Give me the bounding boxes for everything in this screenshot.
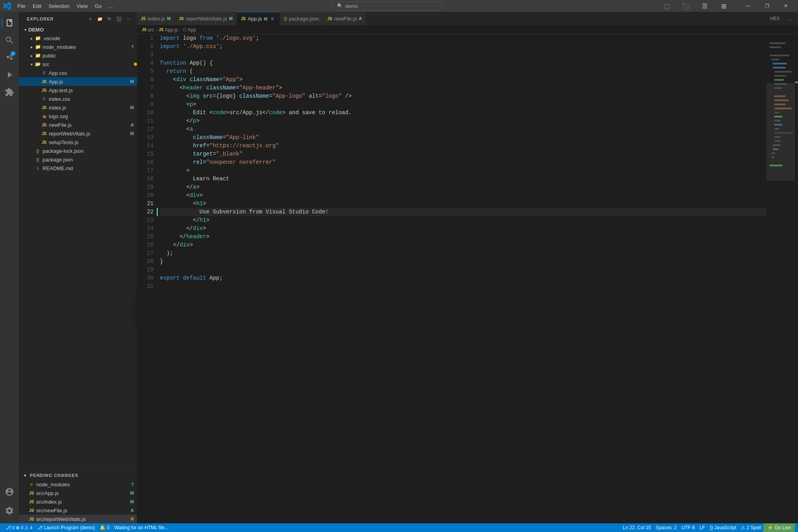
close-btn[interactable]: ✕ (777, 0, 795, 12)
logo-svg-label: logo.svg (49, 113, 137, 119)
language-mode[interactable]: {} JavaScript (707, 523, 739, 532)
code-line-12: <a (160, 125, 767, 133)
pending-item-node-modules[interactable]: ≡ node_modules ? (19, 480, 137, 489)
index-css-label: index.css (49, 96, 137, 102)
more-tabs-btn[interactable]: ... (785, 15, 795, 22)
go-live-btn[interactable]: ⚡ Go Live (763, 523, 795, 532)
branch-status[interactable]: ⎇ Launch Program (demo) (35, 523, 97, 532)
breadcrumb-sep-2: › (180, 27, 181, 33)
tree-item-vscode[interactable]: ▸ 📁 .vscode (19, 34, 137, 43)
spaces-text: Spaces: 2 (656, 525, 677, 530)
breadcrumb-src[interactable]: JS src (142, 27, 154, 33)
tree-item-setuptests[interactable]: ▸ JS setupTests.js (19, 138, 137, 146)
pending-changes-header[interactable]: ▾ Pending Changes (19, 470, 137, 480)
tree-item-index-js[interactable]: ▸ JS index.js M (19, 103, 137, 112)
code-editor: 12345 678910 1112131415 1617181920 21 22… (137, 34, 798, 523)
node-modules-label: node_modules (43, 44, 131, 50)
spell-check-status[interactable]: ⚠ 2 Spell (739, 523, 763, 532)
code-content[interactable]: import logo from './logo.svg'; import '.… (157, 34, 767, 523)
minimize-btn[interactable]: — (739, 0, 757, 12)
tree-item-index-css[interactable]: ▸ # index.css (19, 95, 137, 103)
tab-newfile-js[interactable]: JS newFile.js A (323, 12, 366, 26)
tree-item-src[interactable]: ▾ 📂 src (19, 60, 137, 69)
task-label: Waiting for an HTML file... (114, 525, 168, 530)
new-folder-btn[interactable]: 📁 (96, 15, 104, 23)
tree-item-readme[interactable]: ▸ ℹ README.md (19, 164, 137, 172)
tree-item-logo-svg[interactable]: ▸ ▣ logo.svg (19, 112, 137, 120)
breadcrumb-app-fn[interactable]: ⬡ App (183, 27, 196, 33)
encoding[interactable]: UTF-8 (679, 523, 697, 532)
branch-icon: ⎇ (37, 525, 43, 530)
pending-item-app-js[interactable]: JS src/App.js M (19, 489, 137, 497)
task-status[interactable]: Waiting for an HTML file... (112, 523, 171, 532)
code-line-19: </a> (160, 183, 767, 191)
activity-account[interactable] (2, 484, 17, 500)
tree-item-package-json[interactable]: ▸ {} package.json (19, 155, 137, 164)
toggle-panel-btn[interactable]: ⬛ (677, 0, 695, 12)
layout-options-btn[interactable]: ⊞ (715, 0, 733, 12)
minimap-content (767, 34, 798, 523)
notifications-icon[interactable]: 🔔 0 (97, 523, 112, 532)
code-line-24: </div> (160, 224, 767, 233)
tree-item-app-test[interactable]: ▸ JS App.test.js (19, 86, 137, 95)
activity-extensions[interactable] (2, 84, 17, 100)
source-control-badge: 5 (10, 51, 16, 56)
search-box[interactable]: 🔍 demo (332, 2, 442, 11)
tree-item-node-modules[interactable]: ▸ 📁 node_modules ? (19, 43, 137, 51)
pending-item-newfile-js[interactable]: JS src/newFile.js A (19, 506, 137, 515)
tree-item-package-lock[interactable]: ▸ {} package-lock.json (19, 146, 137, 155)
tree-item-app-css[interactable]: ▸ # App.css (19, 69, 137, 77)
tree-root-demo[interactable]: ▾ DEMO (19, 25, 137, 34)
activity-settings[interactable] (2, 503, 17, 519)
toggle-sidebar-btn[interactable]: ⬚ (658, 0, 676, 12)
tab-package-json[interactable]: {} package.json (280, 12, 323, 26)
code-line-25: </header> (160, 233, 767, 241)
tab-reportwebvitals[interactable]: JS reportWebVitals.js M (175, 12, 237, 26)
readme-label: README.md (43, 165, 137, 171)
menu-file[interactable]: File (14, 2, 29, 10)
menu-view[interactable]: View (74, 2, 91, 10)
pending-changes-panel: ▾ Pending Changes ≡ node_modules ? JS sr… (19, 469, 137, 523)
activity-source-control[interactable]: 5 (2, 50, 17, 65)
activity-search[interactable] (2, 32, 17, 48)
code-line-18: Learn React (160, 175, 767, 183)
svg-rect-5 (773, 63, 787, 64)
line-ending[interactable]: LF (697, 523, 707, 532)
new-file-btn[interactable]: + (87, 15, 94, 23)
tree-item-public[interactable]: ▸ 📁 public (19, 51, 137, 60)
tree-item-reportwebvitals[interactable]: ▸ JS reportWebVitals.js M (19, 129, 137, 138)
tree-item-newfile-js[interactable]: ▸ JS newFile.js A (19, 120, 137, 129)
sidebar: Explorer + 📁 ↻ ⬛ ··· ▾ DEMO ▸ 📁 .vscode (19, 12, 137, 523)
source-control-status[interactable]: ⎇ 0 ⊗ 0 ⚠ 4 (3, 523, 35, 532)
menu-go[interactable]: Go (92, 2, 105, 10)
menu-selection[interactable]: Selection (45, 2, 72, 10)
tab-close-app-js[interactable]: ✕ (269, 16, 276, 22)
tab-index-js[interactable]: JS index.js M (137, 12, 175, 26)
tab-app-js[interactable]: JS App.js M ✕ (237, 12, 280, 26)
breadcrumb-sep-1: › (156, 27, 157, 33)
breadcrumb-appjs[interactable]: JS App.js (159, 27, 178, 33)
menu-edit[interactable]: Edit (30, 2, 44, 10)
indentation[interactable]: Spaces: 2 (654, 523, 679, 532)
pending-item-reportwebvitals[interactable]: JS src/reportWebVitals.js R (19, 515, 137, 523)
js-file-icon-setuptests: JS (41, 139, 47, 145)
menu-more[interactable]: ... (106, 2, 116, 10)
collapse-all-btn[interactable]: ⬛ (115, 15, 123, 23)
code-line-27: ); (160, 249, 767, 258)
maximize-btn[interactable]: ❐ (758, 0, 776, 12)
vscode-logo (3, 2, 11, 10)
pending-item-index-js[interactable]: JS src/index.js M (19, 497, 137, 506)
activity-run[interactable] (2, 67, 17, 83)
js-icon-pending-index: JS (28, 499, 35, 505)
refresh-btn[interactable]: ↻ (106, 15, 113, 23)
tree-item-app-js[interactable]: ▸ JS App.js M (19, 77, 137, 86)
hex-btn[interactable]: HEX (767, 15, 783, 22)
more-actions-btn[interactable]: ··· (124, 15, 132, 23)
activity-explorer[interactable] (2, 15, 17, 31)
index-js-badge: M (130, 105, 134, 110)
tree-arrow-vscode: ▸ (28, 35, 35, 41)
folder-icon-src: 📂 (35, 61, 41, 67)
app-js-badge: M (130, 79, 134, 84)
cursor-position[interactable]: Ln 22, Col 15 (620, 523, 653, 532)
toggle-activity-bar-btn[interactable]: ☰ (696, 0, 714, 12)
